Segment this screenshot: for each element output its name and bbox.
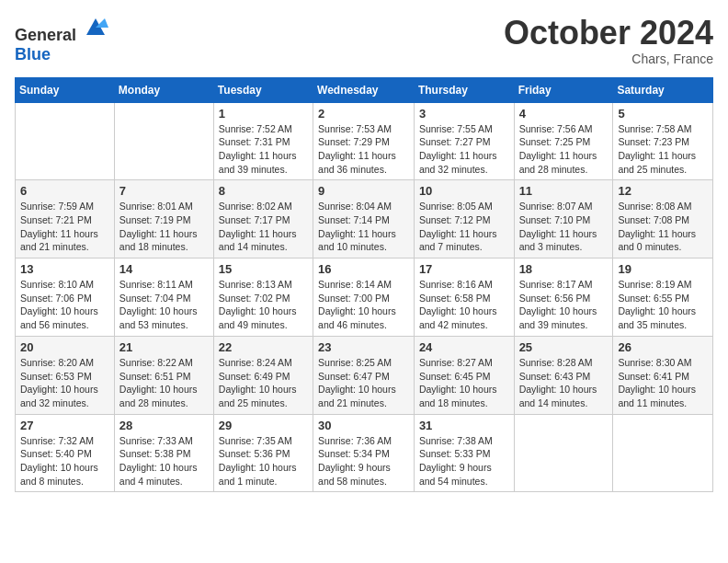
day-number: 25 <box>519 340 609 354</box>
calendar-week-row: 1Sunrise: 7:52 AMSunset: 7:31 PMDaylight… <box>16 102 713 180</box>
day-info: Sunrise: 7:36 AMSunset: 5:34 PMDaylight:… <box>318 434 409 488</box>
day-info: Sunrise: 7:33 AMSunset: 5:38 PMDaylight:… <box>119 434 209 488</box>
day-info: Sunrise: 7:55 AMSunset: 7:27 PMDaylight:… <box>419 122 509 177</box>
day-info: Sunrise: 8:04 AMSunset: 7:14 PMDaylight:… <box>318 200 409 254</box>
day-info: Sunrise: 7:38 AMSunset: 5:33 PMDaylight:… <box>419 434 509 488</box>
day-info: Sunrise: 8:01 AMSunset: 7:19 PMDaylight:… <box>119 200 209 254</box>
day-info: Sunrise: 8:20 AMSunset: 6:53 PMDaylight:… <box>20 356 109 410</box>
calendar-day-cell: 7Sunrise: 8:01 AMSunset: 7:19 PMDaylight… <box>114 180 213 259</box>
calendar-day-cell: 22Sunrise: 8:24 AMSunset: 6:49 PMDayligh… <box>213 336 313 414</box>
calendar-day-cell: 2Sunrise: 7:53 AMSunset: 7:29 PMDaylight… <box>313 102 415 180</box>
day-number: 26 <box>618 340 708 354</box>
day-info: Sunrise: 8:08 AMSunset: 7:08 PMDaylight:… <box>618 200 708 254</box>
logo-blue: Blue <box>15 45 51 63</box>
day-number: 16 <box>318 262 409 276</box>
calendar-day-cell: 20Sunrise: 8:20 AMSunset: 6:53 PMDayligh… <box>16 336 115 414</box>
calendar-week-row: 13Sunrise: 8:10 AMSunset: 7:06 PMDayligh… <box>16 259 713 337</box>
calendar-table: SundayMondayTuesdayWednesdayThursdayFrid… <box>15 77 713 493</box>
day-info: Sunrise: 8:24 AMSunset: 6:49 PMDaylight:… <box>219 356 308 410</box>
day-number: 10 <box>419 184 509 198</box>
calendar-day-cell: 23Sunrise: 8:25 AMSunset: 6:47 PMDayligh… <box>313 336 415 414</box>
calendar-day-cell: 14Sunrise: 8:11 AMSunset: 7:04 PMDayligh… <box>114 259 213 337</box>
day-number: 30 <box>318 419 409 432</box>
day-info: Sunrise: 8:14 AMSunset: 7:00 PMDaylight:… <box>318 278 409 332</box>
day-number: 6 <box>20 184 109 198</box>
day-number: 31 <box>419 419 509 432</box>
day-info: Sunrise: 8:25 AMSunset: 6:47 PMDaylight:… <box>318 356 409 410</box>
day-number: 14 <box>119 262 209 276</box>
logo-icon <box>83 15 108 40</box>
day-info: Sunrise: 8:17 AMSunset: 6:56 PMDaylight:… <box>519 278 609 332</box>
calendar-day-cell: 26Sunrise: 8:30 AMSunset: 6:41 PMDayligh… <box>613 336 713 414</box>
weekday-row: SundayMondayTuesdayWednesdayThursdayFrid… <box>16 77 713 102</box>
day-info: Sunrise: 7:56 AMSunset: 7:25 PMDaylight:… <box>519 122 609 177</box>
logo-general: General <box>15 26 76 44</box>
calendar-day-cell: 13Sunrise: 8:10 AMSunset: 7:06 PMDayligh… <box>16 259 115 337</box>
weekday-header: Sunday <box>16 77 115 102</box>
day-info: Sunrise: 8:16 AMSunset: 6:58 PMDaylight:… <box>419 278 509 332</box>
calendar-day-cell: 1Sunrise: 7:52 AMSunset: 7:31 PMDaylight… <box>213 102 313 180</box>
day-info: Sunrise: 8:22 AMSunset: 6:51 PMDaylight:… <box>119 356 209 410</box>
day-number: 29 <box>219 419 308 432</box>
calendar-day-cell: 31Sunrise: 7:38 AMSunset: 5:33 PMDayligh… <box>414 414 514 492</box>
day-info: Sunrise: 8:13 AMSunset: 7:02 PMDaylight:… <box>219 278 308 332</box>
day-info: Sunrise: 7:58 AMSunset: 7:23 PMDaylight:… <box>618 122 708 177</box>
logo: General Blue <box>15 15 108 64</box>
day-number: 2 <box>318 107 409 121</box>
day-number: 28 <box>119 419 209 432</box>
day-number: 17 <box>419 262 509 276</box>
calendar-day-cell: 5Sunrise: 7:58 AMSunset: 7:23 PMDaylight… <box>613 102 713 180</box>
day-number: 20 <box>20 340 109 354</box>
day-info: Sunrise: 8:11 AMSunset: 7:04 PMDaylight:… <box>119 278 209 332</box>
day-number: 9 <box>318 184 409 198</box>
calendar-day-cell: 17Sunrise: 8:16 AMSunset: 6:58 PMDayligh… <box>414 259 514 337</box>
title-area: October 2024 Chars, France <box>504 15 713 66</box>
calendar-day-cell: 30Sunrise: 7:36 AMSunset: 5:34 PMDayligh… <box>313 414 415 492</box>
day-info: Sunrise: 8:10 AMSunset: 7:06 PMDaylight:… <box>20 278 109 332</box>
weekday-header: Wednesday <box>313 77 415 102</box>
calendar-day-cell: 12Sunrise: 8:08 AMSunset: 7:08 PMDayligh… <box>613 180 713 259</box>
month-title: October 2024 <box>504 15 713 52</box>
day-number: 12 <box>618 184 708 198</box>
calendar-day-cell: 28Sunrise: 7:33 AMSunset: 5:38 PMDayligh… <box>114 414 213 492</box>
calendar-header: SundayMondayTuesdayWednesdayThursdayFrid… <box>16 77 713 102</box>
day-number: 13 <box>20 262 109 276</box>
day-number: 18 <box>519 262 609 276</box>
calendar-week-row: 27Sunrise: 7:32 AMSunset: 5:40 PMDayligh… <box>16 414 713 492</box>
calendar-day-cell: 8Sunrise: 8:02 AMSunset: 7:17 PMDaylight… <box>213 180 313 259</box>
page-header: General Blue October 2024 Chars, France <box>15 15 713 66</box>
calendar-day-cell: 3Sunrise: 7:55 AMSunset: 7:27 PMDaylight… <box>414 102 514 180</box>
calendar-day-cell: 10Sunrise: 8:05 AMSunset: 7:12 PMDayligh… <box>414 180 514 259</box>
day-info: Sunrise: 7:35 AMSunset: 5:36 PMDaylight:… <box>219 434 308 488</box>
day-number: 15 <box>219 262 308 276</box>
day-number: 11 <box>519 184 609 198</box>
calendar-week-row: 20Sunrise: 8:20 AMSunset: 6:53 PMDayligh… <box>16 336 713 414</box>
day-info: Sunrise: 8:30 AMSunset: 6:41 PMDaylight:… <box>618 356 708 410</box>
location-title: Chars, France <box>504 52 713 66</box>
weekday-header: Saturday <box>613 77 713 102</box>
calendar-day-cell: 24Sunrise: 8:27 AMSunset: 6:45 PMDayligh… <box>414 336 514 414</box>
calendar-day-cell: 21Sunrise: 8:22 AMSunset: 6:51 PMDayligh… <box>114 336 213 414</box>
day-number: 24 <box>419 340 509 354</box>
weekday-header: Thursday <box>414 77 514 102</box>
calendar-day-cell: 27Sunrise: 7:32 AMSunset: 5:40 PMDayligh… <box>16 414 115 492</box>
day-number: 21 <box>119 340 209 354</box>
day-number: 8 <box>219 184 308 198</box>
calendar-body: 1Sunrise: 7:52 AMSunset: 7:31 PMDaylight… <box>16 102 713 492</box>
calendar-day-cell: 15Sunrise: 8:13 AMSunset: 7:02 PMDayligh… <box>213 259 313 337</box>
day-number: 3 <box>419 107 509 121</box>
calendar-day-cell: 18Sunrise: 8:17 AMSunset: 6:56 PMDayligh… <box>514 259 613 337</box>
day-number: 19 <box>618 262 708 276</box>
day-info: Sunrise: 7:52 AMSunset: 7:31 PMDaylight:… <box>219 122 308 177</box>
weekday-header: Friday <box>514 77 613 102</box>
day-number: 22 <box>219 340 308 354</box>
day-info: Sunrise: 7:32 AMSunset: 5:40 PMDaylight:… <box>20 434 109 488</box>
day-info: Sunrise: 7:53 AMSunset: 7:29 PMDaylight:… <box>318 122 409 177</box>
calendar-day-cell: 16Sunrise: 8:14 AMSunset: 7:00 PMDayligh… <box>313 259 415 337</box>
calendar-week-row: 6Sunrise: 7:59 AMSunset: 7:21 PMDaylight… <box>16 180 713 259</box>
day-number: 7 <box>119 184 209 198</box>
day-info: Sunrise: 8:19 AMSunset: 6:55 PMDaylight:… <box>618 278 708 332</box>
day-number: 1 <box>219 107 308 121</box>
calendar-day-cell <box>16 102 115 180</box>
calendar-day-cell: 19Sunrise: 8:19 AMSunset: 6:55 PMDayligh… <box>613 259 713 337</box>
